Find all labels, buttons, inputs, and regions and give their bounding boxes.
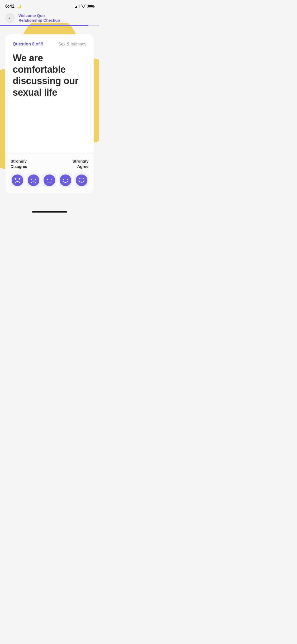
svg-point-6 [31, 179, 32, 180]
answer-area: StronglyDisagree StronglyAgree [5, 153, 94, 194]
question-meta: Question 8 of 9 Sex & Intimacy [13, 42, 86, 47]
header: ‹ Welcome Quiz Relationship Checkup [0, 11, 99, 23]
svg-point-9 [47, 179, 48, 180]
card-content: Question 8 of 9 Sex & Intimacy We are co… [5, 34, 94, 153]
status-icons [75, 4, 94, 8]
status-time: 6:42 [5, 4, 15, 9]
wifi-icon [81, 4, 86, 8]
progress-bar-fill [0, 25, 88, 26]
svg-point-17 [84, 180, 85, 181]
emoji-btn-happy[interactable] [59, 173, 73, 187]
back-chevron-icon: ‹ [9, 16, 10, 20]
svg-point-5 [28, 174, 39, 186]
signal-bars [75, 5, 80, 8]
svg-point-7 [35, 179, 36, 180]
very-sad-icon [12, 174, 23, 186]
very-happy-icon [76, 174, 87, 186]
back-button[interactable]: ‹ [5, 13, 15, 23]
status-bar: 6:42 🌙 [0, 0, 99, 11]
emoji-btn-neutral[interactable] [43, 173, 56, 187]
emoji-row [11, 173, 88, 187]
main-card: Question 8 of 9 Sex & Intimacy We are co… [5, 34, 94, 194]
happy-icon [60, 174, 71, 186]
svg-point-8 [44, 174, 55, 186]
emoji-btn-very-sad[interactable] [11, 173, 25, 187]
svg-point-14 [67, 179, 68, 180]
home-indicator [32, 211, 67, 213]
question-category: Sex & Intimacy [58, 42, 86, 47]
header-title-block: Welcome Quiz Relationship Checkup [18, 13, 94, 23]
svg-point-12 [60, 174, 71, 186]
signal-bar-1 [75, 7, 76, 8]
svg-point-10 [51, 179, 52, 180]
question-text: We are comfortable discussing our sexual… [13, 52, 86, 98]
progress-bar-container [0, 25, 99, 26]
moon-icon: 🌙 [17, 4, 21, 8]
signal-bar-3 [78, 5, 78, 8]
signal-bar-4 [79, 4, 80, 8]
battery-fill [88, 5, 93, 7]
quiz-subtitle: Relationship Checkup [18, 18, 94, 23]
emoji-btn-sad[interactable] [27, 173, 41, 187]
svg-point-3 [15, 179, 16, 180]
svg-point-15 [76, 174, 87, 186]
sad-icon [28, 174, 39, 186]
battery-icon [87, 5, 94, 8]
status-time-block: 6:42 🌙 [5, 4, 21, 9]
svg-point-16 [78, 180, 79, 181]
neutral-icon [44, 174, 55, 186]
svg-point-4 [19, 179, 20, 180]
scale-label-right: StronglyAgree [72, 159, 88, 169]
emoji-btn-very-happy[interactable] [74, 173, 88, 187]
quiz-title: Welcome Quiz [18, 13, 94, 18]
svg-point-0 [12, 174, 23, 186]
signal-bar-2 [76, 6, 77, 8]
question-number: Question 8 of 9 [13, 42, 43, 47]
scale-label-left: StronglyDisagree [11, 159, 27, 169]
svg-point-13 [63, 179, 64, 180]
scale-labels: StronglyDisagree StronglyAgree [11, 159, 88, 169]
